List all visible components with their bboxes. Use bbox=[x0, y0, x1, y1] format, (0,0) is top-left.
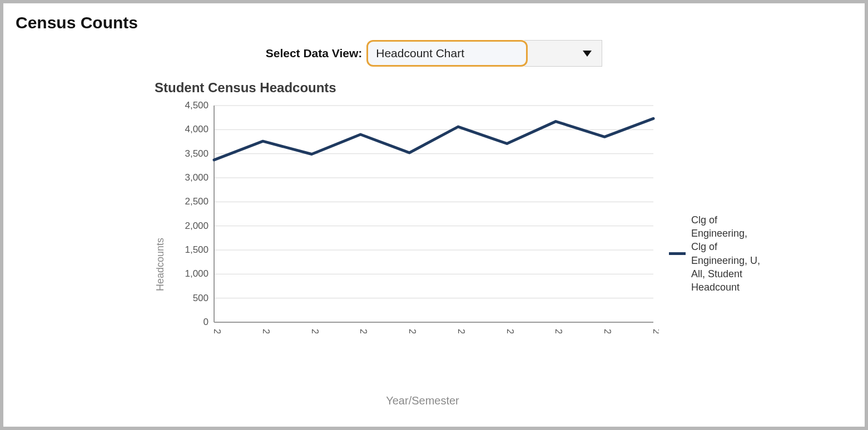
data-view-select[interactable]: Headcount Chart bbox=[366, 40, 602, 67]
data-view-select-highlight: Headcount Chart bbox=[366, 40, 528, 67]
app-frame: Census Counts Select Data View: Headcoun… bbox=[3, 3, 865, 427]
svg-text:2022 B Spring: 2022 B Spring bbox=[505, 329, 515, 333]
plot: 05001,0001,5002,0002,5003,0003,5004,0004… bbox=[170, 100, 659, 407]
x-axis-label: Year/Semester bbox=[214, 394, 631, 407]
svg-text:2021 D Fall: 2021 D Fall bbox=[456, 329, 467, 333]
chart-body: Headcounts 05001,0001,5002,0002,5003,000… bbox=[155, 100, 855, 407]
svg-text:2019 B Spring: 2019 B Spring bbox=[212, 329, 222, 333]
svg-text:0: 0 bbox=[204, 317, 209, 327]
y-axis-label: Headcounts bbox=[155, 216, 166, 291]
data-view-select-dropdown[interactable] bbox=[524, 40, 602, 67]
svg-text:2,500: 2,500 bbox=[185, 196, 209, 207]
svg-text:2023 D Fall: 2023 D Fall bbox=[651, 329, 659, 333]
svg-text:1,000: 1,000 bbox=[185, 268, 209, 279]
line-chart-svg: 05001,0001,5002,0002,5003,0003,5004,0004… bbox=[170, 100, 659, 333]
chevron-down-icon bbox=[583, 51, 592, 57]
svg-text:3,500: 3,500 bbox=[185, 148, 209, 159]
svg-text:1,500: 1,500 bbox=[185, 244, 209, 255]
page-title: Census Counts bbox=[16, 13, 852, 32]
legend-swatch bbox=[669, 252, 686, 255]
svg-text:2023 B Spring: 2023 B Spring bbox=[602, 329, 613, 333]
legend: Clg of Engineering, Clg of Engineering, … bbox=[669, 100, 763, 407]
svg-text:2,000: 2,000 bbox=[185, 221, 209, 231]
svg-text:2020 D Fall: 2020 D Fall bbox=[358, 329, 369, 333]
svg-text:2022 D Fall: 2022 D Fall bbox=[553, 329, 564, 333]
legend-label: Clg of Engineering, Clg of Engineering, … bbox=[691, 213, 763, 294]
data-view-label: Select Data View: bbox=[266, 47, 363, 60]
data-view-selected-value: Headcount Chart bbox=[376, 47, 464, 60]
svg-text:4,000: 4,000 bbox=[185, 124, 209, 134]
svg-text:3,000: 3,000 bbox=[185, 172, 209, 183]
chart-title: Student Census Headcounts bbox=[155, 80, 855, 96]
chart-area: Student Census Headcounts Headcounts 050… bbox=[155, 80, 855, 407]
svg-text:2021 B Spring: 2021 B Spring bbox=[407, 329, 418, 333]
svg-text:2019 D Fall: 2019 D Fall bbox=[261, 329, 271, 333]
data-view-control-row: Select Data View: Headcount Chart bbox=[16, 40, 852, 67]
svg-text:500: 500 bbox=[193, 293, 209, 303]
svg-text:2020 B Spring: 2020 B Spring bbox=[310, 329, 320, 333]
svg-text:4,500: 4,500 bbox=[185, 100, 209, 111]
